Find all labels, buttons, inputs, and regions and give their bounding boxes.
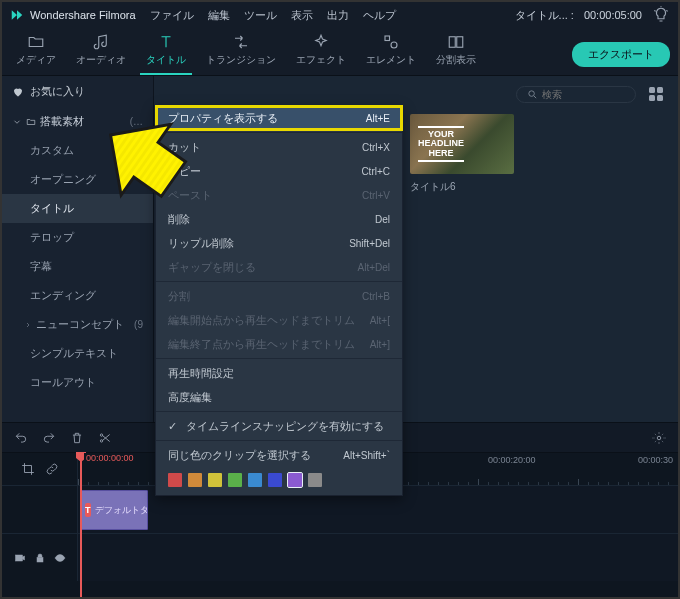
- link-icon[interactable]: [45, 462, 59, 476]
- lightbulb-icon[interactable]: [652, 6, 670, 24]
- ctx-delete[interactable]: 削除Del: [156, 207, 402, 231]
- export-button[interactable]: エクスポート: [572, 42, 670, 67]
- sidebar-subcat-newconcept[interactable]: ニューコンセプト (9: [2, 310, 153, 339]
- title-timecode-label: タイトル... :: [515, 8, 574, 23]
- tab-effects[interactable]: エフェクト: [290, 29, 352, 75]
- menu-file[interactable]: ファイル: [150, 8, 194, 23]
- trash-icon[interactable]: [70, 431, 84, 445]
- ctx-ripple-delete[interactable]: リップル削除Shift+Del: [156, 231, 402, 255]
- svg-rect-9: [37, 557, 43, 562]
- video-track-icon[interactable]: [14, 552, 26, 564]
- undo-icon[interactable]: [14, 431, 28, 445]
- sidebar-item-custom[interactable]: カスタム: [2, 136, 153, 165]
- tab-titles[interactable]: タイトル: [140, 29, 192, 75]
- redo-icon[interactable]: [42, 431, 56, 445]
- svg-point-7: [657, 436, 661, 440]
- svg-point-4: [529, 90, 535, 96]
- scissors-icon[interactable]: [98, 431, 112, 445]
- app-name: Wondershare Filmora: [30, 9, 136, 21]
- settings-gear-icon[interactable]: [652, 431, 666, 445]
- search-icon: [527, 89, 538, 100]
- shapes-icon: [382, 33, 400, 51]
- thumb-title6[interactable]: YOURHEADLINEHERE タイトル6: [410, 114, 514, 194]
- ctx-separator: [156, 411, 402, 412]
- search-box[interactable]: [516, 86, 636, 103]
- ctx-snapping[interactable]: ✓タイムラインスナッピングを有効にする: [156, 414, 402, 438]
- split-icon: [447, 33, 465, 51]
- ctx-split: 分割Ctrl+B: [156, 284, 402, 308]
- sparkle-icon: [312, 33, 330, 51]
- crop-icon[interactable]: [21, 462, 35, 476]
- ctx-separator: [156, 358, 402, 359]
- folder-icon: [27, 33, 45, 51]
- swatch-red[interactable]: [168, 473, 182, 487]
- tab-transitions[interactable]: トランジション: [200, 29, 282, 75]
- ctx-duration[interactable]: 再生時間設定: [156, 361, 402, 385]
- menu-help[interactable]: ヘルプ: [363, 8, 396, 23]
- ctx-separator: [156, 281, 402, 282]
- swatch-yellow[interactable]: [208, 473, 222, 487]
- sidebar-item-opening[interactable]: オープニング: [2, 165, 153, 194]
- color-swatches: [156, 467, 402, 495]
- ctx-separator: [156, 132, 402, 133]
- timeline-left-controls: [2, 453, 78, 485]
- sidebar-item-ending[interactable]: エンディング: [2, 281, 153, 310]
- ctx-cut[interactable]: カットCtrl+X: [156, 135, 402, 159]
- svg-rect-2: [449, 37, 455, 48]
- tab-elements[interactable]: エレメント: [360, 29, 422, 75]
- playhead[interactable]: [80, 453, 82, 597]
- heart-icon: [12, 86, 24, 98]
- title-clip[interactable]: T デフォルトタ: [80, 490, 148, 530]
- grid-view-icon[interactable]: [646, 84, 666, 104]
- category-sidebar: お気に入り 搭載素材 (… カスタム オープニング タイトル テロップ 字幕 エ…: [2, 76, 154, 422]
- ctx-separator: [156, 440, 402, 441]
- favorites[interactable]: お気に入り: [2, 76, 153, 107]
- sidebar-item-subtitle[interactable]: 字幕: [2, 252, 153, 281]
- folder-icon: [26, 117, 36, 127]
- menu-edit[interactable]: 編集: [208, 8, 230, 23]
- swatch-blue[interactable]: [268, 473, 282, 487]
- sidebar-item-title[interactable]: タイトル: [2, 194, 153, 223]
- category-bundled[interactable]: 搭載素材 (…: [2, 107, 153, 136]
- menu-output[interactable]: 出力: [327, 8, 349, 23]
- swatch-green[interactable]: [228, 473, 242, 487]
- svg-point-6: [100, 439, 102, 441]
- search-input[interactable]: [542, 89, 622, 100]
- ctx-close-gap: ギャップを閉じるAlt+Del: [156, 255, 402, 279]
- ctx-paste: ペーストCtrl+V: [156, 183, 402, 207]
- svg-rect-0: [385, 36, 390, 41]
- playhead-time: 00:00:00:00: [84, 453, 136, 463]
- transition-icon: [232, 33, 250, 51]
- eye-icon[interactable]: [54, 552, 66, 564]
- ctx-advanced-edit[interactable]: 高度編集: [156, 385, 402, 409]
- ctx-show-properties[interactable]: プロパティを表示するAlt+E: [156, 106, 402, 130]
- menu-tools[interactable]: ツール: [244, 8, 277, 23]
- text-icon: [157, 33, 175, 51]
- swatch-gray[interactable]: [308, 473, 322, 487]
- tab-media[interactable]: メディア: [10, 29, 62, 75]
- svg-rect-8: [15, 555, 22, 561]
- menu-view[interactable]: 表示: [291, 8, 313, 23]
- app-logo: Wondershare Filmora: [10, 8, 136, 22]
- track-label: [2, 486, 78, 533]
- tab-split-view[interactable]: 分割表示: [430, 29, 482, 75]
- ctx-trim-start: 編集開始点から再生ヘッドまでトリムAlt+[: [156, 308, 402, 332]
- swatch-lightblue[interactable]: [248, 473, 262, 487]
- swatch-orange[interactable]: [188, 473, 202, 487]
- sidebar-item-simpletext[interactable]: シンプルテキスト: [2, 339, 153, 368]
- sidebar-item-lowerthird[interactable]: テロップ: [2, 223, 153, 252]
- sidebar-item-callout[interactable]: コールアウト: [2, 368, 153, 397]
- svg-point-1: [391, 42, 397, 48]
- chevron-down-icon: [12, 117, 22, 127]
- media-tabs: メディア オーディオ タイトル トランジション エフェクト エレメント 分割表示…: [2, 28, 678, 76]
- clip-type-icon: T: [85, 503, 91, 517]
- swatch-purple[interactable]: [288, 473, 302, 487]
- tab-audio[interactable]: オーディオ: [70, 29, 132, 75]
- lock-icon[interactable]: [34, 552, 46, 564]
- menubar: Wondershare Filmora ファイル 編集 ツール 表示 出力 ヘル…: [2, 2, 678, 28]
- ctx-copy[interactable]: コピーCtrl+C: [156, 159, 402, 183]
- check-icon: ✓: [168, 420, 182, 433]
- ctx-select-same-color[interactable]: 同じ色のクリップを選択するAlt+Shift+`: [156, 443, 402, 467]
- svg-point-10: [58, 556, 61, 559]
- chevron-right-icon: [24, 321, 32, 329]
